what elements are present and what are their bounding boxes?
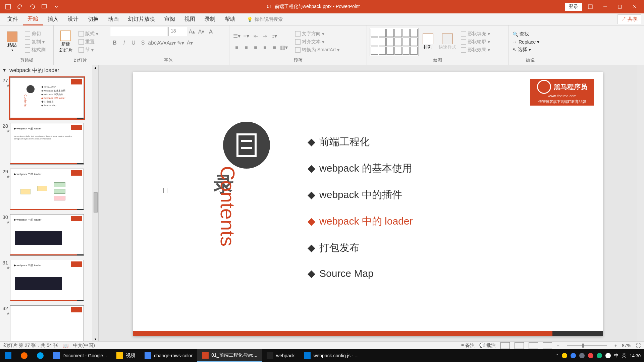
bullets-icon[interactable]: ☰▾ <box>232 32 241 41</box>
slide-thumbnail[interactable]: ◆ webpack 中的 loader <box>10 169 84 210</box>
ime-indicator[interactable]: 中 <box>614 353 619 359</box>
maximize-icon[interactable] <box>613 1 627 12</box>
select-button[interactable]: ↖ 选择 ▾ <box>511 46 541 53</box>
shapes-gallery[interactable] <box>370 28 419 56</box>
change-case-icon[interactable]: Aa▾ <box>166 38 176 48</box>
copy-button[interactable]: 复制 ▾ <box>23 38 47 46</box>
normal-view-icon[interactable] <box>500 342 510 349</box>
char-spacing-icon[interactable]: AV▾ <box>157 38 166 48</box>
tab-home[interactable]: 开始 <box>23 13 43 25</box>
tab-file[interactable]: 文件 <box>3 14 23 25</box>
distribute-icon[interactable]: ≡ <box>270 43 279 52</box>
taskbar-window[interactable]: 01_前端工程化与we... <box>197 349 262 362</box>
slide-thumbnail[interactable] <box>10 305 84 343</box>
taskbar-window[interactable]: Document - Google... <box>48 349 112 362</box>
columns-icon[interactable]: ▥▾ <box>279 43 288 52</box>
zoom-in-icon[interactable]: + <box>614 343 617 348</box>
slide-thumbnail[interactable]: ◆ webpack 中的 loader <box>10 260 84 301</box>
tab-view[interactable]: 视图 <box>180 14 200 25</box>
sorter-view-icon[interactable] <box>515 342 524 349</box>
tray-icon[interactable] <box>579 353 585 358</box>
align-left-icon[interactable]: ≡ <box>232 43 241 52</box>
start-button[interactable] <box>0 349 16 362</box>
tab-record[interactable]: 录制 <box>200 14 220 25</box>
italic-icon[interactable]: I <box>119 38 129 48</box>
undo-icon[interactable] <box>15 1 25 12</box>
taskbar-window[interactable]: change-rows-color <box>140 349 197 362</box>
ribbon-display-icon[interactable] <box>584 1 597 12</box>
highlight-icon[interactable]: ✎▾ <box>176 38 185 48</box>
comments-button[interactable]: 💬 批注 <box>479 343 496 349</box>
tab-design[interactable]: 设计 <box>63 14 83 25</box>
strike-icon[interactable]: S <box>138 38 148 48</box>
ime-mode[interactable]: 英 <box>622 353 626 359</box>
notes-button[interactable]: ≡ 备注 <box>461 343 475 349</box>
shape-fill-button[interactable]: 形状填充 ▾ <box>460 30 491 38</box>
format-painter-button[interactable]: 格式刷 <box>23 46 47 54</box>
thumbnail-scrollbar[interactable]: ▴ ▾ <box>92 65 98 343</box>
section-header[interactable]: webpack 中的 loader <box>0 65 98 76</box>
tell-me-search[interactable]: 💡 操作说明搜索 <box>247 16 283 22</box>
layout-button[interactable]: 版式 ▾ <box>77 30 100 38</box>
slide-thumbnail[interactable]: ◆ webpack 中的 loader <box>10 214 84 256</box>
smartart-button[interactable]: 转换为 SmartArt ▾ <box>294 46 341 54</box>
slide-thumbnail[interactable]: Contents◆ 前端工程化◆ webpack 的基本使用◆ webpack … <box>10 77 84 119</box>
decrease-indent-icon[interactable]: ⇤ <box>251 32 260 41</box>
taskbar-window[interactable]: webpack.config.js - ... <box>299 349 363 362</box>
cut-button[interactable]: 剪切 <box>23 30 47 38</box>
align-center-icon[interactable]: ≡ <box>241 43 251 52</box>
tray-icon[interactable] <box>562 353 567 358</box>
taskbar-window[interactable]: webpack <box>262 349 299 362</box>
increase-font-icon[interactable]: A▴ <box>187 27 197 36</box>
spelling-icon[interactable]: 📖 <box>63 343 68 348</box>
slide-canvas[interactable]: 黑马程序员 www.itheima.com 传智播客旗下高端IT教育品牌 录 C… <box>99 65 637 343</box>
qat-more-icon[interactable] <box>51 1 62 12</box>
underline-icon[interactable]: U <box>129 38 138 48</box>
font-color-icon[interactable]: A▾ <box>185 38 195 48</box>
slideshow-view-icon[interactable] <box>543 342 552 349</box>
clock[interactable]: 14:30 <box>630 353 641 358</box>
justify-icon[interactable]: ≡ <box>260 43 270 52</box>
tray-icon[interactable] <box>588 353 593 358</box>
tab-insert[interactable]: 插入 <box>43 14 63 25</box>
find-button[interactable]: 🔍 查找 <box>511 31 541 38</box>
bold-icon[interactable]: B <box>110 38 119 48</box>
reset-button[interactable]: 重置 <box>77 38 100 46</box>
zoom-out-icon[interactable]: − <box>557 343 559 348</box>
tab-review[interactable]: 审阅 <box>160 14 180 25</box>
save-icon[interactable] <box>3 1 13 12</box>
shadow-icon[interactable]: abc <box>148 38 157 48</box>
taskbar-app-1[interactable] <box>16 349 32 362</box>
vertical-scrollbar[interactable] <box>637 65 644 343</box>
tab-transitions[interactable]: 切换 <box>83 14 103 25</box>
tab-slideshow[interactable]: 幻灯片放映 <box>123 14 160 25</box>
language-indicator[interactable]: 中文(中国) <box>73 343 95 349</box>
increase-indent-icon[interactable]: ⇥ <box>260 32 270 41</box>
paste-button[interactable]: 粘贴▾ <box>3 28 21 56</box>
align-text-button[interactable]: 对齐文本 ▾ <box>294 38 341 46</box>
font-size-combo[interactable]: 18 <box>168 27 187 36</box>
text-direction-button[interactable]: 文字方向 ▾ <box>294 30 341 38</box>
replace-button[interactable]: ↔ Replace ▾ <box>511 39 541 45</box>
align-right-icon[interactable]: ≡ <box>251 43 260 52</box>
section-button[interactable]: 节 ▾ <box>77 46 100 54</box>
shape-outline-button[interactable]: 形状轮廓 ▾ <box>460 38 491 46</box>
decrease-font-icon[interactable]: A▾ <box>197 27 206 36</box>
line-spacing-icon[interactable]: ↕▾ <box>270 32 279 41</box>
tab-help[interactable]: 帮助 <box>220 14 240 25</box>
tab-animations[interactable]: 动画 <box>103 14 123 25</box>
shape-effects-button[interactable]: 形状效果 ▾ <box>460 46 491 54</box>
arrange-button[interactable]: 排列 <box>421 28 435 56</box>
fit-window-icon[interactable]: ⛶ <box>636 343 641 348</box>
slide-thumbnail[interactable]: ◆ webpack 中的 loaderLorem ipsum dolor tex… <box>10 123 84 165</box>
new-slide-button[interactable]: 新建 幻灯片 <box>56 28 75 56</box>
start-from-beginning-icon[interactable] <box>39 1 50 12</box>
reading-view-icon[interactable] <box>529 342 538 349</box>
tray-icon[interactable] <box>605 353 611 358</box>
font-family-combo[interactable] <box>110 27 167 36</box>
tray-icon[interactable] <box>571 353 576 358</box>
clear-format-icon[interactable]: A̶ <box>206 27 215 36</box>
login-button[interactable]: 登录 <box>565 3 582 11</box>
tray-chevron-icon[interactable]: ˄ <box>556 353 558 358</box>
zoom-slider[interactable] <box>567 345 607 346</box>
